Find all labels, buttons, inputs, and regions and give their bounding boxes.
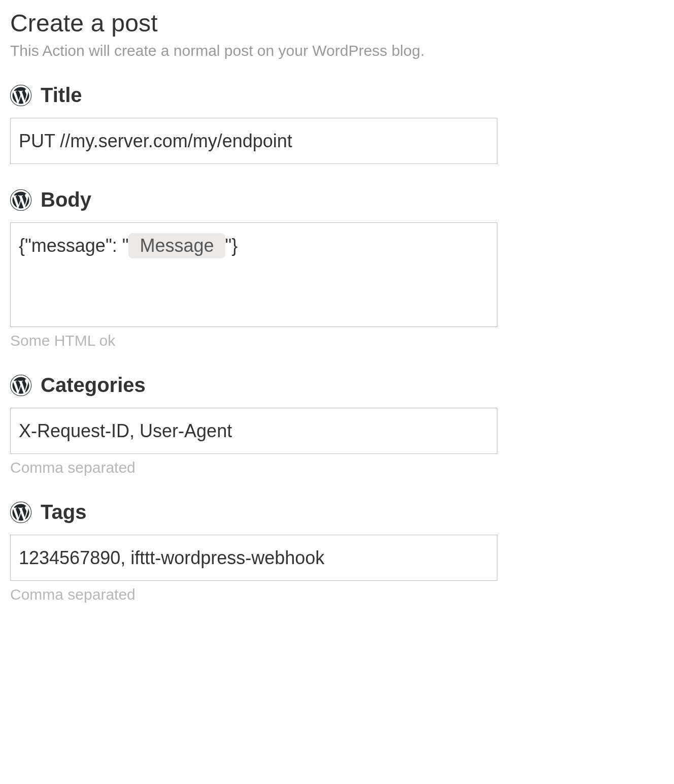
body-text-prefix: {"message": " [19, 235, 128, 256]
wordpress-icon [10, 85, 31, 106]
tags-label: Tags [41, 501, 86, 524]
body-text-suffix: "} [225, 235, 238, 256]
page-description: This Action will create a normal post on… [10, 42, 664, 59]
title-label: Title [41, 84, 82, 107]
field-body: Body {"message": "Message"} Some HTML ok [10, 188, 664, 349]
categories-input[interactable] [10, 408, 497, 454]
field-categories: Categories Comma separated [10, 374, 664, 476]
ingredient-pill-message[interactable]: Message [128, 233, 225, 258]
field-title: Title [10, 84, 664, 164]
categories-label: Categories [41, 374, 146, 397]
tags-input[interactable] [10, 535, 497, 581]
wordpress-icon [10, 375, 31, 396]
body-hint: Some HTML ok [10, 332, 664, 349]
wordpress-icon [10, 189, 31, 211]
field-tags: Tags Comma separated [10, 501, 664, 603]
tags-hint: Comma separated [10, 586, 664, 603]
body-label: Body [41, 188, 91, 211]
title-input[interactable] [10, 118, 497, 164]
body-input[interactable]: {"message": "Message"} [10, 222, 497, 327]
wordpress-icon [10, 502, 31, 523]
categories-hint: Comma separated [10, 459, 664, 476]
page-title: Create a post [10, 9, 664, 37]
